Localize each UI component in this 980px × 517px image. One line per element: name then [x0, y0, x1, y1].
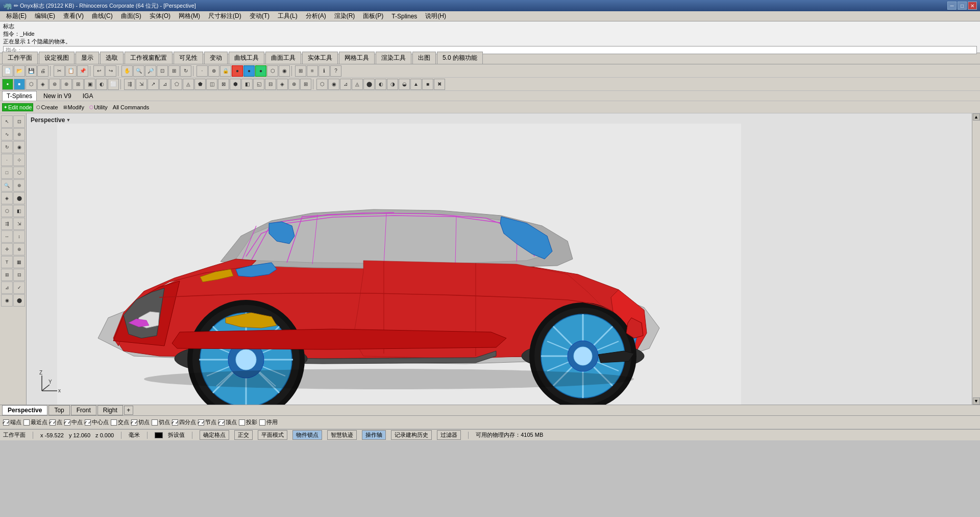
- snap-center-check[interactable]: ✓: [85, 419, 91, 426]
- left-hatch[interactable]: ▦: [13, 256, 25, 268]
- menu-solid[interactable]: 实体(O): [145, 11, 175, 21]
- left-grid-view[interactable]: ⊞: [1, 269, 13, 281]
- tab-mesh-tools[interactable]: 网格工具: [339, 52, 375, 64]
- tb2-r28[interactable]: ◉: [328, 79, 339, 90]
- maximize-button[interactable]: □: [958, 2, 967, 10]
- tb2-r35[interactable]: ▲: [410, 79, 422, 90]
- left-curve2[interactable]: ⊕: [13, 128, 25, 140]
- left-surface[interactable]: ◈: [1, 192, 13, 204]
- left-trans2[interactable]: ⇲: [13, 218, 25, 230]
- tb-print[interactable]: 🖨: [37, 65, 48, 77]
- tb-snap[interactable]: ⊕: [208, 65, 219, 77]
- tb-grid[interactable]: ⊞: [295, 65, 306, 77]
- tb-lock[interactable]: 🔒: [220, 65, 231, 77]
- right-scrollbar[interactable]: ▲ ▼: [972, 113, 980, 405]
- snap-endpoint-check[interactable]: ✓: [3, 419, 9, 426]
- menu-edit[interactable]: 编辑(E): [31, 11, 59, 21]
- vp-tab-perspective[interactable]: Perspective: [2, 405, 47, 415]
- tb-color3[interactable]: ●: [255, 65, 266, 77]
- menu-transform[interactable]: 变动(T): [246, 11, 274, 21]
- ts-tab-tsplines[interactable]: T-Splines: [2, 91, 37, 101]
- left-text[interactable]: T: [1, 256, 13, 268]
- snap-vertex-check[interactable]: ✓: [218, 419, 225, 426]
- left-rotate[interactable]: ↻: [1, 141, 13, 153]
- left-solid[interactable]: ⬡: [1, 205, 13, 217]
- tab-curve-tools[interactable]: 曲线工具: [229, 52, 264, 64]
- tb-open[interactable]: 📂: [14, 65, 25, 77]
- left-point[interactable]: ·: [1, 154, 13, 166]
- ts-modify[interactable]: ⊞ Modify: [61, 104, 86, 111]
- snap-project-check[interactable]: [239, 419, 245, 426]
- snap-endpoint[interactable]: ✓ 端点: [3, 418, 21, 426]
- left-zoom2[interactable]: ⊕: [13, 179, 25, 192]
- perspective-dropdown[interactable]: Perspective ▼: [31, 116, 70, 124]
- snap-vertex[interactable]: ✓ 顶点: [218, 418, 237, 426]
- tb2-r32[interactable]: ◐: [375, 79, 386, 90]
- left-zoom[interactable]: 🔍: [1, 179, 13, 192]
- tb2-r29[interactable]: ⊿: [340, 79, 351, 90]
- tb2-r34[interactable]: ◒: [399, 79, 410, 90]
- tb2-r18[interactable]: ◫: [206, 79, 217, 90]
- snap-project[interactable]: 投影: [239, 418, 257, 426]
- left-analyze[interactable]: ⊿: [1, 281, 13, 294]
- viewport-area[interactable]: Perspective ▼: [27, 113, 972, 405]
- tb2-r23[interactable]: ⊟: [265, 79, 276, 90]
- menu-view[interactable]: 查看(V): [59, 11, 88, 21]
- tb2-r30[interactable]: ◬: [352, 79, 363, 90]
- snap-tangent[interactable]: ✓ 切点: [131, 418, 150, 426]
- left-trans[interactable]: ⇶: [1, 218, 13, 230]
- snap-quad-check[interactable]: ✓: [172, 419, 178, 426]
- tab-render-tools[interactable]: 渲染工具: [376, 52, 411, 64]
- tb-zoom-ext[interactable]: ⊞: [168, 65, 180, 77]
- tb2-r33[interactable]: ◑: [387, 79, 398, 90]
- tb-render-mode[interactable]: ⬡: [267, 65, 278, 77]
- viewport-3d[interactable]: Z x Y: [27, 113, 972, 405]
- close-button[interactable]: ✕: [968, 2, 977, 10]
- menu-mesh[interactable]: 网格(M): [175, 11, 204, 21]
- tb2-r19[interactable]: ⊠: [218, 79, 229, 90]
- menu-panel[interactable]: 面板(P): [359, 11, 387, 21]
- menu-analysis[interactable]: 分析(A): [302, 11, 330, 21]
- snap-point[interactable]: ✓ 点: [50, 418, 62, 426]
- menu-dimension[interactable]: 尺寸标注(D): [204, 11, 246, 21]
- tb-redo[interactable]: ↪: [105, 65, 116, 77]
- menu-help[interactable]: 说明(H): [421, 11, 450, 21]
- tb-undo[interactable]: ↩: [93, 65, 105, 77]
- tb2-r3[interactable]: ⬡: [26, 79, 37, 90]
- tb2-r11[interactable]: ⇶: [124, 79, 135, 90]
- status-btn-smart[interactable]: 智慧轨迹: [327, 430, 357, 440]
- tab-select[interactable]: 选取: [100, 52, 124, 64]
- tb2-r36[interactable]: ■: [422, 79, 433, 90]
- vp-tab-add[interactable]: +: [124, 406, 133, 415]
- tb-pan[interactable]: ✋: [121, 65, 133, 77]
- tb2-r24[interactable]: ◈: [277, 79, 288, 90]
- tb2-r5[interactable]: ⊛: [49, 79, 60, 90]
- tab-visibility[interactable]: 可见性: [174, 52, 203, 64]
- snap-perp-check[interactable]: [152, 419, 158, 426]
- tb2-r7[interactable]: ⊞: [72, 79, 84, 90]
- tb2-r16[interactable]: ◬: [183, 79, 194, 90]
- tb2-r14[interactable]: ⊿: [159, 79, 170, 90]
- scrollbar-down[interactable]: ▼: [973, 397, 980, 405]
- tb-copy[interactable]: 📋: [65, 65, 77, 77]
- snap-knot-check[interactable]: ✓: [198, 419, 204, 426]
- perspective-arrow[interactable]: ▼: [66, 118, 70, 123]
- snap-midpoint-check[interactable]: ✓: [64, 419, 70, 426]
- status-btn-planar[interactable]: 平面模式: [258, 430, 287, 440]
- snap-tangent-check[interactable]: ✓: [131, 419, 137, 426]
- left-select[interactable]: ⊡: [13, 115, 25, 128]
- left-check[interactable]: ✓: [13, 281, 25, 294]
- tab-solid-tools[interactable]: 实体工具: [302, 52, 338, 64]
- vp-tab-top[interactable]: Top: [48, 405, 69, 415]
- menu-tsplines[interactable]: T-Splines: [387, 12, 421, 21]
- snap-knot[interactable]: ✓ 节点: [198, 418, 216, 426]
- status-btn-ortho[interactable]: 正交: [234, 430, 253, 440]
- tab-workplane[interactable]: 工作平面: [2, 52, 38, 64]
- left-rotate2[interactable]: ◉: [13, 141, 25, 153]
- snap-intersect-check[interactable]: [111, 419, 117, 426]
- menu-curve[interactable]: 曲线(C): [88, 11, 117, 21]
- status-btn-osnap[interactable]: 物件锁点: [292, 430, 322, 440]
- tb2-r6[interactable]: ⊕: [61, 79, 72, 90]
- snap-point-check[interactable]: ✓: [50, 419, 56, 426]
- tb2-r20[interactable]: ⬢: [230, 79, 241, 90]
